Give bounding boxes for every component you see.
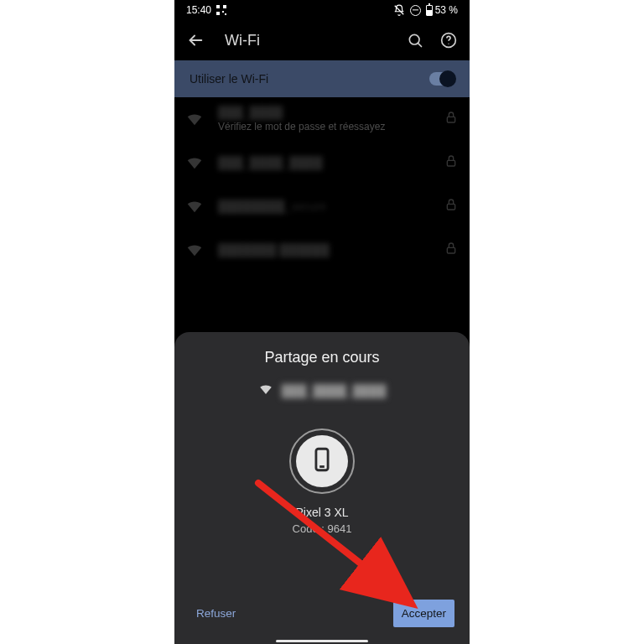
help-button[interactable] — [436, 28, 461, 53]
search-button[interactable] — [402, 28, 428, 53]
pairing-code: Code : 9641 — [293, 522, 352, 535]
wifi-network-item[interactable]: ███████ ██████ — [174, 228, 470, 272]
phone-frame: 15:40 53 % Wi-Fi — [174, 0, 470, 644]
device-name: Pixel 3 XL — [295, 506, 348, 519]
svg-line-3 — [418, 43, 421, 46]
notifications-off-icon — [393, 4, 405, 16]
battery-text: 53 % — [435, 4, 458, 16]
status-time: 15:40 — [186, 4, 211, 16]
wifi-network-list: ███_████ Vérifiez le mot de passe et rée… — [174, 97, 470, 272]
shared-network-ssid: ███_████_████ — [282, 384, 387, 397]
wifi-signal-icon — [183, 197, 206, 216]
share-wifi-bottom-sheet: Partage en cours ███_████_████ Pixel 3 X… — [174, 332, 470, 644]
status-bar: 15:40 53 % — [174, 0, 470, 20]
app-bar: Wi-Fi — [174, 20, 470, 60]
wifi-ssid: ███_████ — [218, 106, 433, 119]
sheet-title: Partage en cours — [264, 349, 379, 366]
gesture-nav-bar[interactable] — [174, 640, 470, 642]
wifi-icon — [258, 382, 273, 400]
refuse-button[interactable]: Refuser — [190, 600, 242, 627]
wifi-signal-icon — [183, 153, 206, 172]
wifi-master-toggle-row[interactable]: Utiliser le Wi-Fi — [174, 60, 470, 97]
wifi-toggle-switch[interactable] — [429, 72, 454, 86]
back-button[interactable] — [183, 28, 208, 53]
svg-rect-7 — [447, 160, 454, 166]
accept-button[interactable]: Accepter — [393, 600, 454, 627]
svg-rect-9 — [447, 247, 454, 253]
do-not-disturb-icon — [410, 5, 421, 16]
svg-rect-6 — [447, 117, 454, 122]
wifi-signal-icon — [183, 110, 206, 128]
wifi-ssid: ███████ ██████ — [218, 243, 433, 257]
wifi-toggle-label: Utiliser le Wi-Fi — [190, 72, 268, 86]
page-title: Wi-Fi — [225, 32, 386, 49]
wifi-status-text: Vérifiez le mot de passe et réessayez — [218, 121, 433, 132]
battery-indicator: 53 % — [426, 4, 458, 16]
wifi-network-item[interactable]: ███_████ Vérifiez le mot de passe et rée… — [174, 97, 470, 141]
wifi-signal-icon — [183, 241, 206, 259]
qr-icon — [216, 5, 226, 15]
wifi-network-item[interactable]: ███_████_████ — [174, 141, 470, 184]
lock-icon — [444, 154, 458, 171]
lock-icon — [444, 198, 458, 215]
wifi-network-item[interactable]: ████████_secure — [174, 184, 470, 228]
wifi-ssid: ███_████_████ — [218, 156, 433, 169]
phone-icon — [308, 445, 336, 477]
svg-point-5 — [448, 44, 449, 44]
svg-rect-8 — [447, 204, 454, 210]
lock-icon — [444, 242, 458, 258]
wifi-ssid: ████████_secure — [218, 200, 433, 213]
lock-icon — [444, 111, 458, 127]
device-avatar — [289, 428, 355, 494]
